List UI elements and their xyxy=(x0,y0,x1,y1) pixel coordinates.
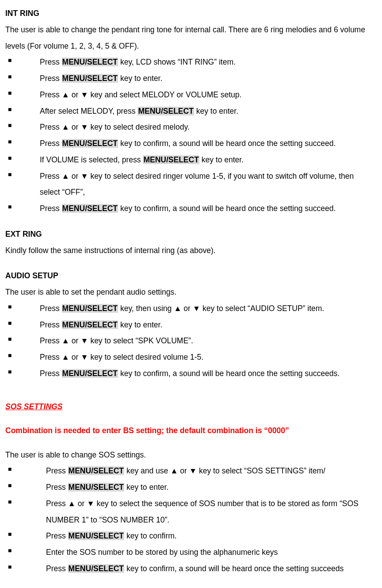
menu-select-key: MENU/SELECT xyxy=(143,155,199,164)
audio-setup-intro: The user is able to set the pendant audi… xyxy=(5,284,373,300)
list-item: Press MENU/SELECT key to confirm, a soun… xyxy=(5,200,373,217)
menu-select-key: MENU/SELECT xyxy=(62,369,118,378)
list-item: Press ▲ or ▼ key to select desired ringe… xyxy=(5,168,373,201)
menu-select-key: MENU/SELECT xyxy=(68,466,124,475)
sos-intro: The user is able to change SOS settings. xyxy=(5,447,373,463)
list-item: Press ▲ or ▼ key to select “SPK VOLUME”. xyxy=(5,333,373,349)
audio-setup-list: Press MENU/SELECT key, then using ▲ or ▼… xyxy=(5,300,373,382)
list-item: Press ▲ or ▼ key and select MELODY or VO… xyxy=(5,87,373,103)
menu-select-key: MENU/SELECT xyxy=(62,74,118,83)
list-item: After select MELODY, press MENU/SELECT k… xyxy=(5,103,373,119)
int-ring-list: Press MENU/SELECT key, LCD shows “INT RI… xyxy=(5,54,373,217)
list-item: Press MENU/SELECT key to enter. xyxy=(5,70,373,87)
list-item: Press MENU/SELECT key to enter. xyxy=(5,479,373,496)
int-ring-intro: The user is able to change the pendant r… xyxy=(5,22,373,54)
list-item: Press MENU/SELECT key to confirm. xyxy=(5,528,373,544)
list-item: Press MENU/SELECT key, then using ▲ or ▼… xyxy=(5,300,373,317)
menu-select-key: MENU/SELECT xyxy=(62,204,118,213)
sos-subtitle: Combination is needed to enter BS settin… xyxy=(5,423,373,439)
list-item: Press MENU/SELECT key to confirm, a soun… xyxy=(5,135,373,152)
menu-select-key: MENU/SELECT xyxy=(68,531,124,540)
list-item: Press ▲ or ▼ key to select desired volum… xyxy=(5,349,373,365)
menu-select-key: MENU/SELECT xyxy=(138,107,194,115)
int-ring-heading: INT RING xyxy=(5,5,373,22)
list-item: Press MENU/SELECT key to enter. xyxy=(5,317,373,333)
list-item: Press MENU/SELECT key to confirm, a soun… xyxy=(5,365,373,382)
list-item: Press MENU/SELECT key and use ▲ or ▼ key… xyxy=(5,463,373,479)
sos-title: SOS SETTINGS xyxy=(5,399,373,415)
sos-list: Press MENU/SELECT key and use ▲ or ▼ key… xyxy=(5,463,373,576)
menu-select-key: MENU/SELECT xyxy=(62,320,118,329)
ext-ring-body: Kindly follow the same instructions of i… xyxy=(5,242,373,259)
menu-select-key: MENU/SELECT xyxy=(68,483,124,492)
ext-ring-heading: EXT RING xyxy=(5,226,373,242)
list-item: Press ▲ or ▼ key to select the sequence … xyxy=(5,496,373,528)
list-item: Press ▲ or ▼ key to select desired melod… xyxy=(5,119,373,135)
audio-setup-heading: AUDIO SETUP xyxy=(5,268,373,284)
menu-select-key: MENU/SELECT xyxy=(62,139,118,148)
list-item: Enter the SOS number to be stored by usi… xyxy=(5,544,373,561)
list-item: If VOLUME is selected, press MENU/SELECT… xyxy=(5,152,373,168)
menu-select-key: MENU/SELECT xyxy=(62,58,118,66)
list-item: Press MENU/SELECT key to confirm, a soun… xyxy=(5,561,373,577)
menu-select-key: MENU/SELECT xyxy=(62,304,118,313)
menu-select-key: MENU/SELECT xyxy=(68,564,124,573)
list-item: Press MENU/SELECT key, LCD shows “INT RI… xyxy=(5,54,373,70)
